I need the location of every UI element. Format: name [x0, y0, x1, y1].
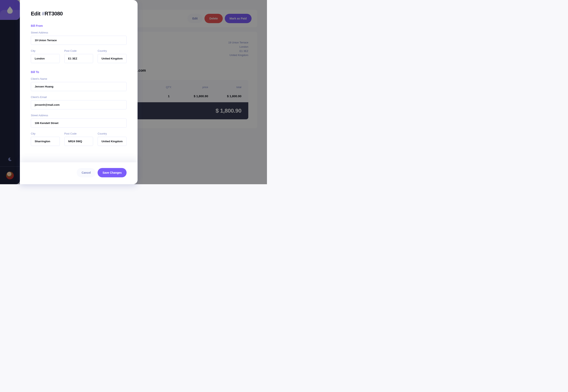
from-street-label: Street Address [31, 31, 126, 34]
from-street-input[interactable] [31, 36, 126, 45]
to-street-label: Street Address [31, 114, 126, 117]
from-country-input[interactable] [97, 54, 126, 63]
from-city-input[interactable] [31, 54, 60, 63]
to-country-label: Country [97, 132, 126, 135]
save-changes-button[interactable]: Save Changes [97, 168, 126, 177]
edit-invoice-panel: Edit #RT3080 Bill From Street Address Ci… [20, 0, 138, 184]
to-post-label: Post Code [64, 132, 93, 135]
to-city-input[interactable] [31, 137, 60, 146]
to-country-input[interactable] [97, 137, 126, 146]
panel-footer: Cancel Save Changes [20, 162, 138, 184]
panel-title: Edit #RT3080 [31, 11, 126, 17]
panel-title-hash: # [42, 11, 45, 17]
panel-title-prefix: Edit [31, 11, 40, 17]
client-name-input[interactable] [31, 82, 126, 91]
cancel-button[interactable]: Cancel [77, 168, 96, 177]
client-email-label: Client's Email [31, 96, 126, 98]
from-post-input[interactable] [64, 54, 93, 63]
client-email-input[interactable] [31, 100, 126, 109]
to-street-input[interactable] [31, 118, 126, 128]
from-country-label: Country [97, 49, 126, 52]
bill-from-legend: Bill From [31, 24, 126, 28]
bill-to-legend: Bill To [31, 70, 126, 74]
to-city-label: City [31, 132, 60, 135]
client-name-label: Client's Name [31, 77, 126, 80]
to-post-input[interactable] [64, 137, 93, 146]
panel-title-id: RT3080 [45, 11, 63, 17]
from-post-label: Post Code [64, 49, 93, 52]
from-city-label: City [31, 49, 60, 52]
